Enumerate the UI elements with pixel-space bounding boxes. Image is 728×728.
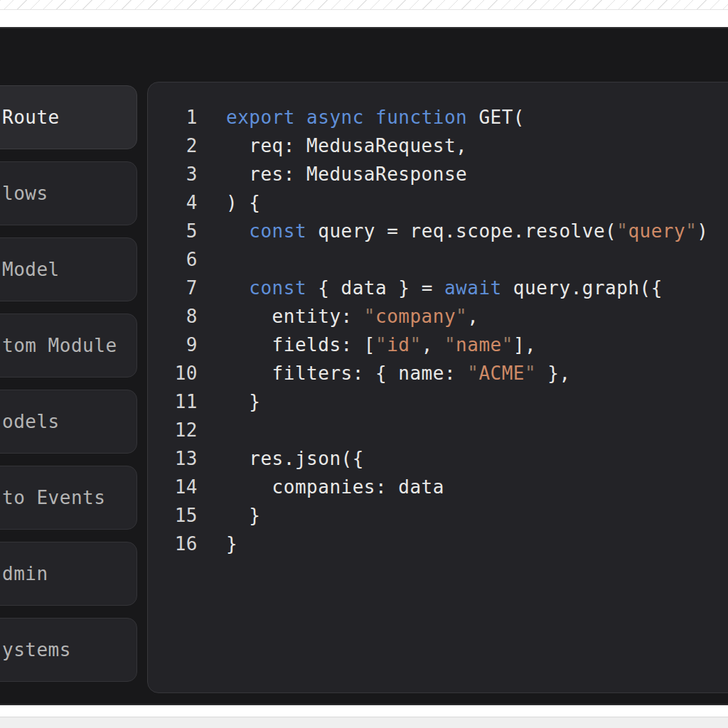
- code-block: 1export async function GET(2 req: Medusa…: [148, 82, 728, 558]
- code-line: 13 res.json({: [174, 444, 728, 473]
- sidebar-item-label: Model: [2, 259, 60, 280]
- line-number: 15: [174, 501, 198, 530]
- code-line: 5 const query = req.scope.resolve("query…: [174, 217, 728, 245]
- code-text: }: [226, 501, 260, 530]
- code-text: req: MedusaRequest,: [226, 132, 467, 160]
- code-line: 8 entity: "company",: [174, 302, 728, 331]
- code-text: companies: data: [226, 473, 444, 501]
- page: RoutelowsModeltom Moduleodelsto Eventsdm…: [0, 0, 728, 728]
- code-line: 16}: [174, 530, 728, 558]
- sidebar-item[interactable]: tom Module: [0, 314, 137, 378]
- code-text: entity: "company",: [226, 302, 478, 331]
- code-line: 1export async function GET(: [174, 103, 728, 132]
- line-number: 11: [174, 387, 198, 416]
- line-number: 6: [174, 245, 198, 274]
- hatch-pattern-strip: [0, 0, 728, 10]
- line-number: 3: [174, 160, 198, 188]
- code-line: 14 companies: data: [174, 473, 728, 501]
- code-demo-section: RoutelowsModeltom Moduleodelsto Eventsdm…: [0, 27, 728, 705]
- sidebar-item-label: odels: [2, 411, 60, 432]
- code-panel: 1export async function GET(2 req: Medusa…: [147, 82, 728, 693]
- code-line: 4) {: [174, 188, 728, 217]
- sidebar-item-label: dmin: [2, 563, 48, 584]
- code-line: 6: [174, 245, 728, 274]
- sidebar-item-label: lows: [2, 183, 48, 204]
- code-text: res.json({: [226, 444, 364, 473]
- code-text: export async function GET(: [226, 103, 525, 132]
- sidebar-item[interactable]: lows: [0, 161, 137, 225]
- line-number: 13: [174, 444, 198, 473]
- sidebar-item[interactable]: ystems: [0, 618, 137, 682]
- code-line: 2 req: MedusaRequest,: [174, 132, 728, 160]
- line-number: 9: [174, 331, 198, 359]
- line-number: 1: [174, 103, 198, 132]
- line-number: 8: [174, 302, 198, 331]
- line-number: 12: [174, 416, 198, 444]
- code-text: res: MedusaResponse: [226, 160, 467, 188]
- code-line: 10 filters: { name: "ACME" },: [174, 359, 728, 387]
- code-line: 12: [174, 416, 728, 444]
- line-number: 16: [174, 530, 198, 558]
- code-text: filters: { name: "ACME" },: [226, 359, 571, 387]
- sidebar-item-label: to Events: [2, 487, 105, 508]
- code-text: ) {: [226, 188, 260, 217]
- code-line: 15 }: [174, 501, 728, 530]
- code-text: }: [226, 530, 237, 558]
- line-number: 10: [174, 359, 198, 387]
- code-text: }: [226, 387, 260, 416]
- code-text: const query = req.scope.resolve("query"): [226, 217, 708, 245]
- code-line: 3 res: MedusaResponse: [174, 160, 728, 188]
- code-text: const { data } = await query.graph({: [226, 274, 663, 302]
- code-line: 9 fields: ["id", "name"],: [174, 331, 728, 359]
- line-number: 14: [174, 473, 198, 501]
- next-section-top: [0, 717, 728, 728]
- sidebar-item-label: Route: [2, 107, 60, 128]
- line-number: 7: [174, 274, 198, 302]
- sidebar-item[interactable]: Route: [0, 85, 137, 149]
- line-number: 2: [174, 132, 198, 160]
- sidebar-item[interactable]: Model: [0, 237, 137, 301]
- sidebar-item[interactable]: dmin: [0, 542, 137, 606]
- line-number: 5: [174, 217, 198, 245]
- code-line: 7 const { data } = await query.graph({: [174, 274, 728, 302]
- sidebar-item-label: ystems: [2, 639, 71, 660]
- sidebar-item[interactable]: odels: [0, 390, 137, 454]
- sidebar-item[interactable]: to Events: [0, 466, 137, 530]
- code-line: 11 }: [174, 387, 728, 416]
- code-text: fields: ["id", "name"],: [226, 331, 536, 359]
- line-number: 4: [174, 188, 198, 217]
- sidebar-item-label: tom Module: [2, 335, 117, 356]
